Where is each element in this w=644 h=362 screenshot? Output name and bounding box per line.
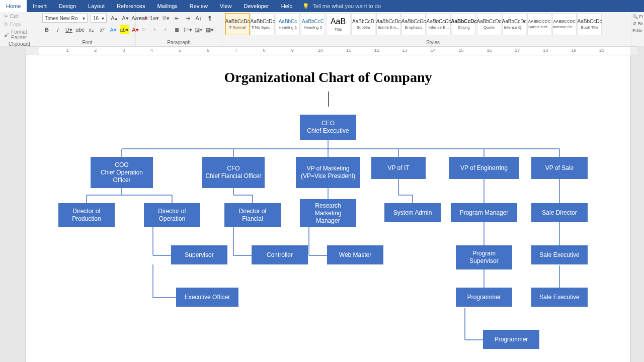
tab-help[interactable]: Help — [275, 0, 299, 12]
node-director-operation[interactable]: Director of Operation — [144, 203, 200, 227]
underline-button[interactable]: U▾ — [64, 25, 73, 34]
format-painter-button[interactable]: 🖌Format Painter — [3, 29, 36, 41]
document-title: Organizational Chart of Company — [26, 55, 630, 85]
page[interactable]: Organizational Chart of Company — [26, 55, 630, 362]
style-heading-2[interactable]: AaBbCcCHeading 2 — [301, 13, 325, 35]
node-programmer-2[interactable]: Programmer — [483, 330, 539, 349]
ruler-tick: 5 — [179, 48, 181, 53]
style--normal[interactable]: AaBbCcDc¶ Normal — [225, 13, 250, 35]
bullets-button[interactable]: •≡▾ — [139, 14, 148, 23]
increase-indent-button[interactable]: ⇥ — [183, 14, 192, 23]
shading-button[interactable]: ◪▾ — [194, 25, 203, 34]
node-program-manager[interactable]: Program Manager — [451, 203, 517, 222]
justify-button[interactable]: ≣ — [172, 25, 181, 34]
node-vp-it[interactable]: VP of IT — [371, 157, 426, 179]
style-intense-e-[interactable]: AaBbCcDcIntense E... — [427, 13, 451, 35]
shrink-font-button[interactable]: A▾ — [121, 14, 130, 23]
multilevel-button[interactable]: ≣▾ — [161, 14, 170, 23]
numbering-button[interactable]: 1≡▾ — [150, 14, 159, 23]
style-title[interactable]: AaBTitle — [326, 13, 350, 35]
font-size-select[interactable]: 16 ▾ — [91, 14, 107, 23]
group-clipboard: ✂Cut ⧉Copy 🖌Format Painter Clipboard — [0, 12, 39, 46]
italic-button[interactable]: I — [53, 25, 62, 34]
subscript-button[interactable]: x₂ — [87, 25, 96, 34]
node-coo[interactable]: COO Chief Operation Officer — [91, 157, 153, 188]
node-web-master[interactable]: Web Master — [327, 245, 383, 264]
node-program-supervisor[interactable]: Program Supervisor — [456, 245, 512, 269]
node-director-financial[interactable]: Director of Fiancial — [224, 203, 281, 227]
node-programmer-1[interactable]: Programmer — [456, 288, 512, 307]
node-vp-marketing[interactable]: VP of Marketing (VP=Vice President) — [296, 157, 360, 188]
style-book-title[interactable]: AaBbCcDcBook Title — [578, 13, 602, 35]
find-button[interactable]: 🔍 Find — [632, 14, 643, 19]
node-controller[interactable]: Controller — [252, 245, 308, 264]
tab-mailings[interactable]: Mailings — [151, 0, 183, 12]
cut-button[interactable]: ✂Cut — [3, 13, 36, 20]
copy-icon: ⧉ — [4, 21, 8, 27]
tab-references[interactable]: References — [111, 0, 151, 12]
paintbrush-icon: 🖌 — [4, 32, 9, 38]
copy-button[interactable]: ⧉Copy — [3, 21, 36, 28]
ruler-margin-right — [630, 47, 637, 56]
sort-button[interactable]: A↓ — [194, 14, 203, 23]
horizontal-ruler[interactable]: 1234567891011121314151617181920 — [26, 46, 637, 55]
style-subtitle[interactable]: AaBbCcDSubtitle — [351, 13, 375, 35]
tell-me-search[interactable]: 💡 Tell me what you want to do — [298, 0, 644, 12]
tab-layout[interactable]: Layout — [82, 0, 111, 12]
text-effects-button[interactable]: A▾ — [109, 25, 118, 34]
style-quote[interactable]: AaBbCcDcQuote — [477, 13, 501, 35]
ruler-tick: 18 — [543, 48, 548, 53]
style-strong[interactable]: AaBbCcDcStrong — [452, 13, 476, 35]
tab-view[interactable]: View — [214, 0, 238, 12]
font-name-select[interactable]: Times New Ro ▾ — [42, 14, 88, 23]
style-intense-q-[interactable]: AaBbCcDcIntense Q... — [502, 13, 526, 35]
node-vp-sale[interactable]: VP of Sale — [531, 157, 588, 179]
group-label-styles: Styles — [225, 39, 640, 46]
decrease-indent-button[interactable]: ⇤ — [172, 14, 181, 23]
ruler-tick: 6 — [207, 48, 209, 53]
style--no-spac-[interactable]: AaBbCcDc¶ No Spac... — [251, 13, 275, 35]
bold-button[interactable]: B — [42, 25, 51, 34]
styles-gallery[interactable]: AaBbCcDc¶ NormalAaBbCcDc¶ No Spac...AaBb… — [225, 13, 602, 35]
highlight-button[interactable]: ab▾ — [120, 25, 129, 34]
node-ceo[interactable]: CEO Chief Executive — [300, 115, 356, 140]
borders-button[interactable]: ▦▾ — [205, 25, 214, 34]
text-cursor — [328, 92, 329, 107]
group-label-font: Font — [42, 39, 132, 46]
style-emphasis[interactable]: AaBbCcDcEmphasis — [401, 13, 426, 35]
ruler-tick: 20 — [599, 48, 604, 53]
style-subtle-ref-[interactable]: AABBCCDCSubtle Ref... — [527, 13, 551, 35]
node-executive-officer[interactable]: Executive Officer — [176, 288, 238, 307]
node-sale-executive-2[interactable]: Sale Executive — [531, 288, 588, 307]
node-vp-engineering[interactable]: VP of Enginerring — [449, 157, 519, 179]
org-chart: CEO Chief Executive COO Chief Operation … — [46, 115, 610, 362]
style-subtle-em-[interactable]: AaBbCcDcSubtle Em... — [376, 13, 400, 35]
align-right-button[interactable]: ≡ — [161, 25, 170, 34]
align-center-button[interactable]: ≡ — [150, 25, 159, 34]
node-supervisor[interactable]: Supervisor — [171, 245, 227, 264]
node-sale-director[interactable]: Sale Director — [531, 203, 588, 222]
tab-design[interactable]: Design — [53, 0, 82, 12]
show-marks-button[interactable]: ¶ — [205, 14, 214, 23]
style-intense-re-[interactable]: AABBCCDCIntense Re... — [552, 13, 577, 35]
grow-font-button[interactable]: A▴ — [110, 14, 119, 23]
node-cfo[interactable]: CFO Chief Fiancial Officer — [202, 157, 265, 188]
replace-button[interactable]: ↺ Replace — [632, 21, 643, 26]
tab-insert[interactable]: Insert — [27, 0, 53, 12]
node-director-production[interactable]: Director of Production — [58, 203, 115, 227]
superscript-button[interactable]: x² — [98, 25, 107, 34]
node-system-admin[interactable]: System Admin — [384, 203, 441, 222]
strikethrough-button[interactable]: abc — [75, 25, 85, 34]
ruler-tick: 11 — [346, 48, 351, 53]
node-sale-executive-1[interactable]: Sale Executive — [531, 245, 588, 264]
align-left-button[interactable]: ≡ — [139, 25, 148, 34]
style-heading-1[interactable]: AaBbCcHeading 1 — [276, 13, 300, 35]
node-research-marketing-manager[interactable]: Research Marketing Manager — [300, 199, 356, 227]
group-font: Times New Ro ▾ 16 ▾ A▴ A▾ Aa▾ A⁻ B I U▾ … — [39, 12, 136, 46]
tab-review[interactable]: Review — [184, 0, 214, 12]
ruler-tick: 3 — [122, 48, 125, 53]
line-spacing-button[interactable]: ‡≡▾ — [183, 25, 192, 34]
ruler-tick: 8 — [263, 48, 266, 53]
tab-home[interactable]: Home — [0, 0, 27, 12]
tab-developer[interactable]: Developer — [238, 0, 275, 12]
